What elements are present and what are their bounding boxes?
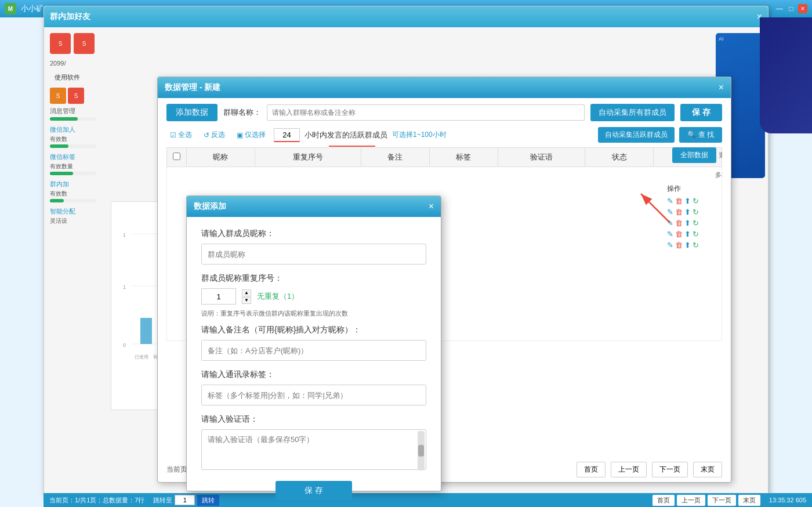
first-page-button[interactable]: 首页: [577, 462, 606, 477]
minimize-button[interactable]: —: [775, 4, 784, 13]
bottom-next-btn[interactable]: 下一页: [708, 495, 736, 506]
remark-label: 请输入备注名（可用{昵称}插入对方昵称）：: [201, 325, 426, 335]
hours-label: 小时内发言的活跃群成员: [304, 130, 387, 140]
banner-text: AI: [716, 33, 765, 45]
app-close-button[interactable]: ×: [798, 4, 807, 13]
op-row-2: ✎ 🗑 ⬆ ↻: [667, 208, 722, 216]
title-bar-controls: — □ ×: [775, 4, 807, 13]
repeat-row: ▲ ▼ 无重复（1）: [201, 288, 426, 305]
only-select-button[interactable]: ▣ 仅选择: [233, 128, 269, 142]
bottom-first-btn[interactable]: 首页: [652, 495, 675, 506]
edit-btn-1[interactable]: ✎: [667, 197, 673, 205]
sidebar-progress3: [50, 172, 96, 175]
data-add-save-button[interactable]: 保 存: [276, 481, 352, 501]
search-button[interactable]: 🔍 查 找: [679, 127, 722, 143]
upload-btn-3[interactable]: ⬆: [684, 219, 691, 227]
verify-label: 请输入验证语：: [201, 414, 426, 425]
invert-button[interactable]: ↺ 反选: [200, 128, 229, 142]
op-section-label: 操作: [667, 184, 722, 194]
op-row-1: ✎ 🗑 ⬆ ↻: [667, 197, 722, 205]
delete-btn-4[interactable]: 🗑: [675, 230, 683, 238]
data-add-close-button[interactable]: ×: [429, 201, 434, 212]
maximize-button[interactable]: □: [786, 4, 796, 13]
save-button[interactable]: 保 存: [680, 104, 722, 121]
svg-text:已使用: 已使用: [135, 354, 148, 360]
sidebar-flexible: 灵活设: [50, 217, 105, 225]
refresh-btn-3[interactable]: ↻: [693, 219, 699, 227]
delete-btn-5[interactable]: 🗑: [675, 241, 683, 249]
edit-btn-2[interactable]: ✎: [667, 208, 673, 216]
verify-input[interactable]: [201, 429, 426, 470]
repeat-input[interactable]: [201, 288, 236, 305]
prev-page-button[interactable]: 上一页: [611, 462, 647, 477]
data-mgmt-close-button[interactable]: ×: [719, 82, 724, 93]
group-name-input[interactable]: [267, 104, 585, 121]
svg-text:1: 1: [123, 284, 126, 290]
bottom-last-btn[interactable]: 末页: [738, 495, 760, 506]
repeat-down-button[interactable]: ▼: [242, 297, 251, 304]
sidebar-group-add[interactable]: 群内加: [50, 180, 105, 189]
toolbar-row2: ☑ 全选 ↺ 反选 ▣ 仅选择 小时内发言的活跃群成员: [166, 127, 722, 143]
op-row-5: ✎ 🗑 ⬆ ↻: [667, 241, 722, 249]
upload-btn-1[interactable]: ⬆: [684, 197, 691, 205]
remark-input[interactable]: [201, 340, 426, 361]
upload-btn-5[interactable]: ⬆: [684, 241, 691, 249]
outer-dialog: 群内加好友 × S S 2099/ 使用软件 S S 消息管理: [44, 6, 768, 496]
data-add-dialog: 数据添加 × 请输入群成员昵称： 群成员昵称重复序号： ▲ ▼: [186, 195, 441, 491]
bg-decoration: [760, 17, 812, 133]
edit-btn-4[interactable]: ✎: [667, 230, 673, 238]
page-counter: 2099/: [50, 60, 105, 67]
refresh-btn-2[interactable]: ↻: [693, 208, 699, 216]
auto-collect-all-button[interactable]: 自动采集所有群成员: [590, 104, 675, 121]
edit-btn-5[interactable]: ✎: [667, 241, 673, 249]
sidebar-progress-fill3: [50, 172, 73, 175]
sidebar-wechat-label[interactable]: 微信标签: [50, 153, 105, 161]
data-mgmt-title-text: 数据管理 - 新建: [165, 82, 220, 93]
upload-btn-2[interactable]: ⬆: [684, 208, 691, 216]
only-icon: ▣: [237, 131, 243, 139]
more-link[interactable]: 更多>: [715, 151, 722, 178]
data-add-titlebar: 数据添加 ×: [187, 196, 441, 217]
app-logo: M: [5, 3, 16, 15]
refresh-btn-5[interactable]: ↻: [693, 241, 699, 249]
sidebar-orange-icon: S: [50, 88, 66, 104]
sidebar-red-icon: S: [68, 88, 84, 104]
svg-text:1: 1: [123, 232, 126, 238]
col-remark: 备注: [361, 148, 429, 167]
repeat-up-button[interactable]: ▲: [242, 289, 251, 296]
delete-btn-2[interactable]: 🗑: [675, 208, 683, 216]
red-underline: [329, 146, 375, 147]
auto-collect-active-button[interactable]: 自动采集活跃群成员: [598, 127, 675, 143]
sidebar-ai[interactable]: 智能分配: [50, 207, 105, 216]
invert-icon: ↺: [204, 131, 209, 139]
bottom-prev-btn[interactable]: 上一页: [677, 495, 705, 506]
refresh-btn-4[interactable]: ↻: [693, 230, 699, 238]
sidebar-progress-fill4: [50, 199, 64, 202]
repeat-label: 群成员昵称重复序号：: [201, 273, 426, 284]
sidebar-progress: [50, 117, 96, 121]
data-mgmt-titlebar: 数据管理 - 新建 ×: [158, 77, 731, 98]
no-repeat-button[interactable]: 无重复（1）: [257, 291, 299, 302]
bottom-page-info: 当前页：1/共1页；总数据量：7行: [49, 496, 144, 505]
textarea-scrollbar: [418, 431, 425, 470]
textarea-scrollbar-thumb: [418, 445, 424, 457]
outer-dialog-title-text: 群内加好友: [50, 12, 90, 22]
nickname-input[interactable]: [201, 244, 426, 265]
last-page-button[interactable]: 末页: [693, 462, 722, 477]
delete-btn-3[interactable]: 🗑: [675, 219, 683, 227]
sidebar-wechat-add[interactable]: 微信加人: [50, 125, 105, 134]
tag-input[interactable]: [201, 385, 426, 405]
select-all-button[interactable]: ☑ 全选: [166, 128, 195, 142]
edit-btn-3[interactable]: ✎: [667, 219, 673, 227]
refresh-btn-1[interactable]: ↻: [693, 197, 699, 205]
sidebar-item-use-software[interactable]: 使用软件: [50, 70, 105, 85]
select-all-checkbox[interactable]: [173, 153, 180, 160]
hours-input[interactable]: [274, 128, 300, 142]
upload-btn-4[interactable]: ⬆: [684, 230, 691, 238]
all-data-button[interactable]: 全部数据: [672, 147, 716, 163]
next-page-button[interactable]: 下一页: [652, 462, 688, 477]
data-add-title-text: 数据添加: [194, 201, 226, 212]
time-display: 13:35:32 605: [769, 497, 806, 504]
delete-btn-1[interactable]: 🗑: [675, 197, 683, 205]
add-data-button[interactable]: 添加数据: [166, 104, 217, 121]
